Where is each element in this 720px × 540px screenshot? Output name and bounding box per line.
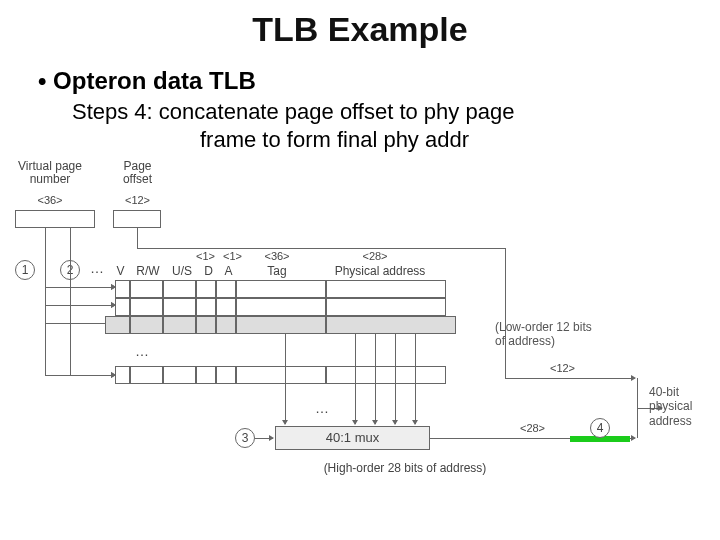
box-vpn <box>15 210 95 228</box>
arrow <box>355 334 356 424</box>
arrow <box>415 334 416 424</box>
label-low-order: (Low-order 12 bits of address) <box>495 320 635 349</box>
line <box>45 323 46 375</box>
tlb-row <box>115 366 446 384</box>
bits-28-out: <28> <box>515 422 550 434</box>
label-v: V <box>113 265 128 278</box>
arrow <box>395 334 396 424</box>
dots: … <box>90 260 106 276</box>
step-line: Steps 4: concatenate page offset to phy … <box>72 99 700 125</box>
dots: … <box>135 343 151 359</box>
tlb-row <box>115 280 446 298</box>
step-label: Steps 4: <box>72 99 153 124</box>
page-title: TLB Example <box>20 10 700 49</box>
label-vpn: Virtual page number <box>15 160 85 186</box>
line <box>505 248 506 378</box>
arrow <box>70 287 115 288</box>
line <box>70 323 71 375</box>
arrow <box>375 334 376 424</box>
label-page-offset: Page offset <box>115 160 160 186</box>
bits-28: <28> <box>355 250 395 262</box>
bits-1b: <1> <box>220 250 245 262</box>
bits-36: <36> <box>30 194 70 206</box>
arrow <box>285 334 286 424</box>
label-d: D <box>201 265 216 278</box>
arrow <box>70 305 115 306</box>
bits-1a: <1> <box>193 250 218 262</box>
arrow <box>70 375 115 376</box>
label-rw: R/W <box>133 265 163 278</box>
label-tag: Tag <box>247 265 307 278</box>
arrow <box>505 378 635 379</box>
step-subtext: frame to form final phy addr <box>200 127 700 153</box>
step-circle-4: 4 <box>590 418 610 438</box>
tlb-row <box>115 298 446 316</box>
dots: … <box>315 400 331 416</box>
bits-12-right: <12> <box>545 362 580 374</box>
box-offset <box>113 210 161 228</box>
line <box>137 228 138 248</box>
tlb-row-highlighted <box>105 316 456 334</box>
line <box>45 228 46 323</box>
label-output: 40-bit physical address <box>649 385 709 428</box>
mux-box: 40:1 mux <box>275 426 430 450</box>
arrow <box>255 438 273 439</box>
line <box>137 248 505 249</box>
label-us: U/S <box>167 265 197 278</box>
tlb-diagram: Virtual page number Page offset <36> <12… <box>15 160 705 530</box>
label-physaddr: Physical address <box>325 265 435 278</box>
step-circle-3: 3 <box>235 428 255 448</box>
line <box>70 228 71 323</box>
label-high-order: (High-order 28 bits of address) <box>295 462 515 475</box>
step-circle-1: 1 <box>15 260 35 280</box>
bits-36b: <36> <box>257 250 297 262</box>
bullet-heading: Opteron data TLB <box>38 67 700 95</box>
step-text: concatenate page offset to phy page <box>159 99 515 124</box>
bits-12: <12> <box>120 194 155 206</box>
label-a: A <box>221 265 236 278</box>
